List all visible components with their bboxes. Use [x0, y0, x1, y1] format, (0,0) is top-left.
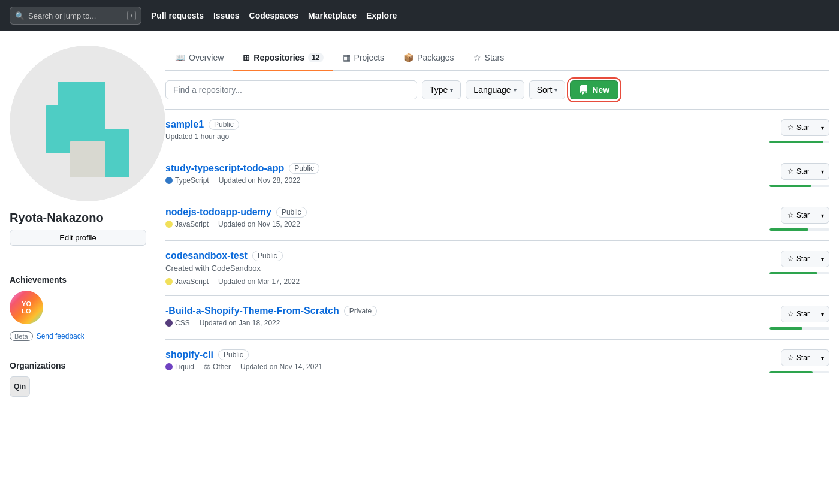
repo-header: sample1 Public [165, 119, 757, 130]
star-button[interactable]: ☆ Star [781, 119, 816, 136]
star-dropdown-button[interactable]: ▾ [816, 207, 829, 224]
nav-explore[interactable]: Explore [366, 11, 397, 20]
avatar: 😊 [10, 46, 165, 201]
repo-meta: Liquid ⚖ Other Updated on Nov 14, 2021 [165, 363, 757, 371]
nav-issues[interactable]: Issues [213, 11, 240, 20]
repo-name[interactable]: study-typescript-todo-app [165, 163, 284, 174]
repo-name[interactable]: nodejs-todoapp-udemy [165, 207, 271, 218]
overview-icon: 📖 [175, 53, 185, 62]
license-icon: ⚖ [204, 363, 210, 371]
repo-item: nodejs-todoapp-udemy Public JavaScript U… [165, 197, 829, 240]
repo-name[interactable]: -Build-a-Shopify-Theme-From-Scratch [165, 306, 339, 316]
repo-language: CSS [165, 319, 190, 327]
repo-visibility-badge: Public [218, 349, 249, 360]
star-caret-icon: ▾ [821, 168, 824, 175]
star-dropdown-button[interactable]: ▾ [816, 251, 829, 267]
repo-meta: JavaScript Updated on Nov 15, 2022 [165, 220, 757, 228]
lang-name: JavaScript [175, 220, 209, 228]
repo-header: shopify-cli Public [165, 349, 757, 360]
find-repository-input[interactable] [165, 80, 417, 99]
repo-actions-area: ☆ Star ▾ [757, 163, 829, 187]
star-icon: ☆ [787, 310, 794, 318]
achievement-badge: YOLO [10, 291, 43, 324]
repo-progress-fill [769, 272, 817, 274]
star-caret-icon: ▾ [821, 311, 824, 318]
repo-progress-fill [769, 371, 813, 373]
lang-name: JavaScript [175, 277, 209, 286]
nav-pull-requests[interactable]: Pull requests [151, 11, 204, 20]
star-button[interactable]: ☆ Star [781, 349, 816, 366]
star-button[interactable]: ☆ Star [781, 251, 816, 267]
repo-meta: TypeScript Updated on Nov 28, 2022 [165, 176, 757, 185]
star-icon: ☆ [787, 167, 794, 176]
star-button[interactable]: ☆ Star [781, 306, 816, 322]
repo-name[interactable]: codesandbox-test [165, 251, 248, 261]
beta-badge: Beta [10, 331, 33, 341]
star-caret-icon: ▾ [821, 125, 824, 131]
lang-color-dot [165, 278, 173, 285]
repo-name[interactable]: sample1 [165, 119, 204, 130]
repo-language: JavaScript [165, 220, 209, 228]
lang-color-dot [165, 319, 173, 327]
packages-icon: 📦 [403, 53, 414, 62]
page-layout: 😊 Ryota-Nakazono Edit profile Achievemen… [0, 31, 839, 411]
repo-progress-bar [769, 141, 829, 143]
tab-repositories[interactable]: ⊞ Repositories 12 [233, 46, 333, 71]
tab-stars[interactable]: ☆ Stars [464, 46, 514, 71]
star-caret-icon: ▾ [821, 212, 824, 219]
repo-progress-bar [769, 371, 829, 373]
star-icon: ☆ [787, 211, 794, 219]
star-icon: ☆ [787, 123, 794, 132]
repository-list: sample1 Public Updated 1 hour ago ☆ Star… [165, 109, 829, 383]
repo-item: sample1 Public Updated 1 hour ago ☆ Star… [165, 109, 829, 153]
repo-progress-fill [769, 228, 808, 231]
star-dropdown-button[interactable]: ▾ [816, 349, 829, 366]
sidebar: 😊 Ryota-Nakazono Edit profile Achievemen… [10, 46, 165, 397]
repo-updated: Updated on Nov 28, 2022 [219, 176, 301, 185]
repo-meta: CSS Updated on Jan 18, 2022 [165, 319, 757, 327]
new-repository-button[interactable]: New [570, 80, 618, 99]
org-item-qin[interactable]: Qin [10, 376, 30, 397]
star-dropdown-button[interactable]: ▾ [816, 163, 829, 180]
lang-color-dot [165, 363, 173, 370]
repo-info: study-typescript-todo-app Public TypeScr… [165, 163, 757, 185]
new-label: New [592, 85, 609, 95]
star-button[interactable]: ☆ Star [781, 163, 816, 180]
avatar-emoji: 😊 [143, 181, 156, 194]
search-placeholder: Search or jump to... [28, 11, 96, 20]
star-label: Star [796, 167, 810, 176]
repo-progress-fill [769, 185, 811, 187]
tab-overview[interactable]: 📖 Overview [165, 46, 233, 71]
nav-links: Pull requests Issues Codespaces Marketpl… [151, 11, 397, 20]
search-icon: 🔍 [15, 11, 25, 20]
tab-projects[interactable]: ▦ Projects [333, 46, 394, 71]
repo-info: nodejs-todoapp-udemy Public JavaScript U… [165, 207, 757, 228]
language-filter-button[interactable]: Language ▾ [466, 80, 524, 99]
repositories-count: 12 [308, 53, 323, 62]
star-button[interactable]: ☆ Star [781, 207, 816, 224]
search-bar[interactable]: 🔍 Search or jump to... / [10, 7, 141, 25]
star-dropdown-button[interactable]: ▾ [816, 119, 829, 136]
type-label: Type [430, 85, 448, 95]
repo-actions-area: ☆ Star ▾ [757, 207, 829, 231]
repo-toolbar: Type ▾ Language ▾ Sort ▾ New [165, 80, 829, 99]
edit-profile-button[interactable]: Edit profile [10, 230, 146, 246]
send-feedback-link[interactable]: Send feedback [37, 332, 84, 340]
type-filter-button[interactable]: Type ▾ [422, 80, 461, 99]
repo-star-actions: ☆ Star ▾ [781, 119, 829, 136]
repo-info: shopify-cli Public Liquid ⚖ Other Update… [165, 349, 757, 371]
tab-packages[interactable]: 📦 Packages [394, 46, 463, 71]
language-caret-icon: ▾ [514, 87, 517, 93]
lang-color-dot [165, 221, 173, 228]
star-dropdown-button[interactable]: ▾ [816, 306, 829, 322]
sort-button[interactable]: Sort ▾ [529, 80, 566, 99]
nav-codespaces[interactable]: Codespaces [249, 11, 298, 20]
tab-packages-label: Packages [417, 53, 454, 62]
repo-progress-bar [769, 272, 829, 274]
type-caret-icon: ▾ [450, 87, 453, 93]
repo-header: codesandbox-test Public [165, 251, 757, 261]
repo-star-actions: ☆ Star ▾ [781, 349, 829, 366]
nav-marketplace[interactable]: Marketplace [308, 11, 357, 20]
repo-name[interactable]: shopify-cli [165, 349, 213, 360]
repo-info: sample1 Public Updated 1 hour ago [165, 119, 757, 141]
